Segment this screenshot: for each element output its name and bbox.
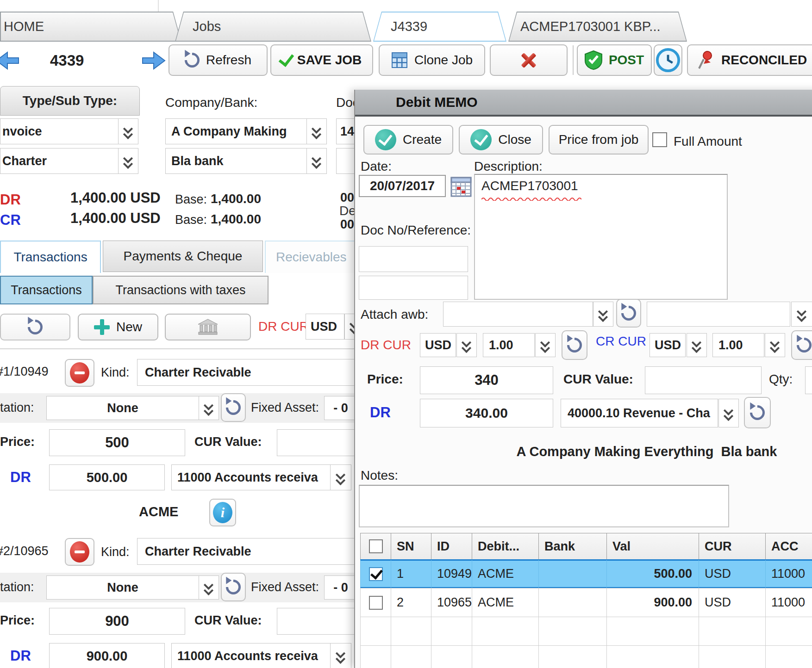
dr-cur-select[interactable]: USD [306, 314, 344, 340]
col-header-val[interactable]: Val [606, 533, 699, 560]
post-button[interactable]: POST [577, 44, 652, 76]
doc-input-2[interactable] [336, 148, 354, 174]
header-select-all[interactable] [360, 533, 391, 560]
dialog-account-dropdown-button[interactable] [718, 399, 739, 427]
tab-home[interactable]: HOME [0, 12, 181, 42]
dialog-cur-value-input[interactable] [645, 366, 762, 394]
price-input[interactable]: 900 [49, 608, 185, 635]
doc-no-input-1[interactable] [359, 246, 468, 272]
attach-awb-dropdown-button[interactable] [593, 302, 613, 327]
kind-input[interactable]: Charter Recivable [137, 538, 354, 565]
kind-input[interactable]: Charter Recivable [137, 359, 354, 386]
post-shield-icon [585, 50, 602, 70]
qty-input[interactable] [805, 366, 812, 394]
type-select[interactable]: nvoice [0, 118, 119, 144]
col-header-bank[interactable]: Bank [538, 533, 607, 560]
chevron-down-icon [123, 155, 134, 167]
cur-value-input[interactable] [277, 429, 354, 456]
cr-rate-refresh-button[interactable] [791, 330, 812, 360]
dialog-titlebar[interactable]: Debit MEMO [355, 90, 812, 117]
row-checkbox[interactable] [369, 567, 383, 581]
create-button[interactable]: Create [363, 125, 453, 155]
info-button[interactable]: i [209, 499, 236, 526]
type-dropdown-button[interactable] [118, 118, 138, 144]
subtype-dropdown-button[interactable] [118, 148, 138, 174]
col-header-sn[interactable]: SN [391, 533, 431, 560]
col-header-acc[interactable]: ACC [765, 533, 812, 560]
remove-line-button[interactable] [65, 538, 94, 566]
dr-rate-spinner-button[interactable] [535, 333, 556, 357]
dr-rate-input[interactable]: 1.00 [483, 333, 535, 357]
notes-textarea[interactable] [359, 485, 729, 527]
tab-jobs[interactable]: Jobs [175, 12, 371, 42]
price-from-job-button[interactable]: Price from job [549, 125, 649, 155]
new-line-button[interactable]: New [78, 314, 158, 340]
fixed-asset-value[interactable]: - 0 [324, 396, 354, 420]
dr-currency-select[interactable]: USD [420, 333, 456, 357]
doc-no-input-2[interactable] [359, 276, 468, 300]
station-dropdown-button[interactable] [199, 396, 219, 420]
dr-amount-input[interactable]: 900.00 [49, 643, 165, 668]
lines-refresh-button[interactable] [0, 314, 70, 340]
subtab-transactions-taxes[interactable]: Transactions with taxes [93, 276, 269, 304]
select-all-checkbox[interactable] [369, 539, 383, 553]
close-button[interactable]: Close [459, 125, 543, 155]
bank-button[interactable] [165, 314, 251, 340]
col-header-cur[interactable]: CUR [699, 533, 766, 560]
station-refresh-button[interactable] [221, 573, 246, 601]
dialog-price-input[interactable]: 340 [420, 366, 553, 394]
tab-payments-cheque[interactable]: Payments & Cheque [103, 241, 263, 272]
company-select[interactable]: A Company Making [165, 118, 307, 144]
clock-button[interactable] [654, 44, 682, 76]
description-textarea[interactable]: ACMEP1703001 [474, 174, 728, 300]
reconciled-button[interactable]: RECONCILED [687, 44, 812, 76]
price-input[interactable]: 500 [49, 429, 185, 456]
cr-currency-dropdown-button[interactable] [687, 333, 707, 357]
dialog-account-refresh-button[interactable] [744, 397, 771, 428]
clone-job-button[interactable]: Clone Job [379, 44, 485, 76]
tab-acmep[interactable]: ACMEP1703001 KBP... [508, 12, 687, 42]
dr-rate-refresh-button[interactable] [562, 330, 587, 360]
dr-cur-dropdown-button[interactable] [344, 314, 354, 340]
station-dropdown-button[interactable] [199, 575, 219, 600]
dr-currency-dropdown-button[interactable] [456, 333, 477, 357]
fixed-asset-value[interactable]: - 0 [324, 575, 354, 600]
station-select[interactable]: None [46, 396, 199, 420]
tab-j4339[interactable]: J4339 [373, 12, 506, 42]
full-amount-checkbox[interactable] [652, 132, 667, 147]
cr-currency-select[interactable]: USD [650, 333, 686, 357]
col-header-id[interactable]: ID [431, 533, 472, 560]
subtype-select[interactable]: Charter [0, 148, 119, 174]
tab-transactions[interactable]: Transactions [0, 241, 101, 273]
station-select[interactable]: None [46, 575, 199, 600]
attach-awb-dropdown-button-2[interactable] [791, 302, 812, 327]
tab-recievables[interactable]: Recievables [265, 241, 354, 273]
bank-select[interactable]: Bla bank [165, 148, 307, 174]
subtab-transactions[interactable]: Transactions [0, 276, 93, 304]
tab-home-label: HOME [4, 12, 44, 41]
doc-input[interactable]: 142 [336, 118, 354, 144]
date-input[interactable]: 20/07/2017 [359, 175, 446, 197]
cr-rate-spinner-button[interactable] [765, 333, 785, 357]
dr-amount-input[interactable]: 500.00 [49, 464, 165, 490]
account-select[interactable]: 11000 Accounts receiva [171, 643, 331, 668]
attach-awb-select-2[interactable] [647, 302, 790, 327]
cur-value-input[interactable] [277, 608, 354, 635]
calendar-icon[interactable] [450, 176, 472, 199]
station-refresh-button[interactable] [221, 393, 246, 422]
account-select[interactable]: 11000 Accounts receiva [171, 464, 331, 490]
row-checkbox[interactable] [369, 596, 383, 610]
account-dropdown-button[interactable] [330, 464, 351, 490]
delete-button[interactable] [490, 44, 568, 76]
remove-line-button[interactable] [65, 359, 94, 387]
account-dropdown-button[interactable] [330, 643, 351, 668]
company-dropdown-button[interactable] [306, 118, 327, 144]
cr-rate-input[interactable]: 1.00 [712, 333, 764, 357]
dialog-account-select[interactable]: 40000.10 Revenue - Cha [561, 399, 718, 427]
col-header-debit[interactable]: Debit... [472, 533, 539, 560]
bank-dropdown-button[interactable] [306, 148, 327, 174]
attach-refresh-button[interactable] [616, 299, 641, 328]
cur-value-label: CUR Value: [194, 613, 262, 628]
attach-awb-select[interactable] [443, 302, 593, 327]
dialog-dr-amount-input[interactable]: 340.00 [420, 399, 553, 427]
